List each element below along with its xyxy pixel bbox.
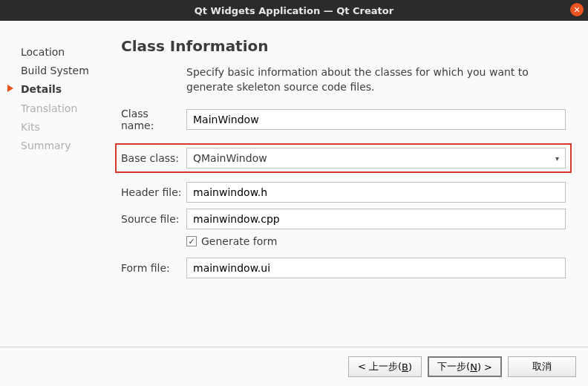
wizard-footer: < 上一步(B) 下一步(N) > 取消 bbox=[0, 347, 588, 386]
row-class-name: Class name: bbox=[121, 108, 566, 131]
back-button[interactable]: < 上一步(B) bbox=[348, 356, 422, 377]
base-class-highlight: Base class: QMainWindow ▾ bbox=[115, 143, 572, 173]
page-heading: Class Information bbox=[121, 37, 566, 55]
label-header-file: Header file: bbox=[121, 186, 186, 198]
close-icon: ✕ bbox=[573, 6, 580, 14]
label-form-file: Form file: bbox=[121, 262, 186, 274]
header-file-input[interactable] bbox=[186, 182, 566, 203]
sidebar-item-build-system: Build System bbox=[21, 62, 99, 80]
row-base-class: Base class: QMainWindow ▾ bbox=[121, 148, 566, 169]
sidebar-item-details: Details bbox=[21, 80, 99, 99]
source-file-input[interactable] bbox=[186, 209, 566, 229]
next-button[interactable]: 下一步(N) > bbox=[428, 356, 502, 377]
main-panel: Class Information Specify basic informat… bbox=[108, 21, 588, 347]
label-class-name: Class name: bbox=[121, 108, 186, 131]
row-generate-form: ✓ Generate form bbox=[186, 235, 566, 247]
row-header-file: Header file: bbox=[121, 182, 566, 203]
chevron-down-icon: ▾ bbox=[555, 154, 559, 163]
sidebar-item-summary: Summary bbox=[21, 137, 99, 155]
class-name-input[interactable] bbox=[186, 109, 566, 130]
label-base-class: Base class: bbox=[121, 152, 186, 164]
base-class-value: QMainWindow bbox=[193, 152, 267, 164]
content-area: Location Build System Details Translatio… bbox=[0, 21, 588, 347]
sidebar-item-location: Location bbox=[21, 43, 99, 62]
titlebar: Qt Widgets Application — Qt Creator ✕ bbox=[0, 0, 588, 21]
sidebar-item-kits: Kits bbox=[21, 118, 99, 137]
wizard-sidebar: Location Build System Details Translatio… bbox=[0, 21, 108, 347]
label-generate-form: Generate form bbox=[201, 235, 277, 247]
page-description: Specify basic information about the clas… bbox=[186, 65, 566, 94]
close-button[interactable]: ✕ bbox=[570, 3, 584, 16]
form-file-input[interactable] bbox=[186, 258, 566, 278]
window-title: Qt Widgets Application — Qt Creator bbox=[0, 5, 588, 16]
generate-form-checkbox[interactable]: ✓ bbox=[186, 236, 197, 246]
row-source-file: Source file: bbox=[121, 209, 566, 229]
base-class-combobox[interactable]: QMainWindow ▾ bbox=[186, 148, 566, 169]
label-source-file: Source file: bbox=[121, 213, 186, 225]
row-form-file: Form file: bbox=[121, 258, 566, 278]
cancel-button[interactable]: 取消 bbox=[508, 356, 576, 377]
sidebar-item-translation: Translation bbox=[21, 99, 99, 118]
